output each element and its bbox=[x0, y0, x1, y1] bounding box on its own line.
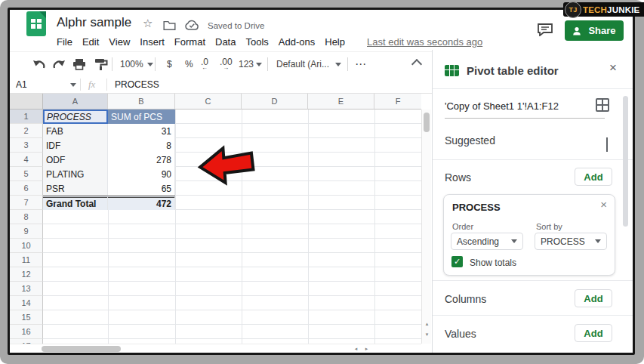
select-range-icon[interactable] bbox=[596, 98, 609, 112]
row-header-1[interactable]: 1 bbox=[10, 110, 43, 124]
paint-format-icon[interactable] bbox=[94, 52, 108, 76]
row-header-3[interactable]: 3 bbox=[10, 138, 43, 153]
cell-A7-grand-total[interactable]: Grand Total bbox=[43, 196, 108, 210]
zoom-select[interactable]: 100% bbox=[120, 52, 153, 76]
rows-add-button[interactable]: Add bbox=[575, 168, 612, 186]
horizontal-scrollbar-thumb[interactable] bbox=[42, 346, 121, 352]
brand-name-left: TECH bbox=[583, 5, 607, 14]
row-header-15[interactable]: 15 bbox=[10, 310, 43, 325]
name-box[interactable]: A1 bbox=[16, 79, 27, 90]
menu-data[interactable]: Data bbox=[215, 36, 236, 48]
chevron-down-icon[interactable] bbox=[606, 137, 608, 151]
document-title[interactable]: Alphr sample bbox=[57, 15, 131, 30]
column-header-E[interactable]: E bbox=[308, 94, 374, 110]
vertical-scrollbar-thumb[interactable] bbox=[424, 113, 430, 132]
row-header-10[interactable]: 10 bbox=[10, 239, 43, 253]
person-icon bbox=[572, 26, 584, 35]
column-header-D[interactable]: D bbox=[242, 94, 308, 110]
cell-A6[interactable]: PSR bbox=[43, 181, 108, 196]
last-edit-link[interactable]: Last edit was seconds ago bbox=[367, 36, 482, 48]
dropdown-arrow-icon bbox=[335, 63, 341, 66]
field-name: PROCESS bbox=[452, 202, 501, 213]
grid-line bbox=[374, 110, 375, 344]
brand-name-right: JUNKIE bbox=[607, 5, 639, 14]
show-totals-checkbox[interactable]: ✓ bbox=[451, 256, 463, 267]
row-header-4[interactable]: 4 bbox=[10, 153, 43, 167]
row-header-13[interactable]: 13 bbox=[10, 282, 43, 296]
column-header-C[interactable]: C bbox=[175, 94, 242, 110]
cloud-saved-icon[interactable] bbox=[184, 20, 199, 31]
values-add-button[interactable]: Add bbox=[575, 324, 612, 342]
select-all-corner[interactable] bbox=[10, 94, 43, 110]
name-box-arrow-icon[interactable] bbox=[70, 83, 76, 87]
cell-A2[interactable]: FAB bbox=[43, 124, 108, 138]
scroll-up-icon[interactable]: ▴ bbox=[423, 319, 431, 329]
currency-format-button[interactable]: $ bbox=[167, 52, 172, 76]
row-header-14[interactable]: 14 bbox=[10, 296, 43, 310]
row-header-11[interactable]: 11 bbox=[10, 253, 43, 267]
cell-B6[interactable]: 65 bbox=[108, 181, 175, 196]
remove-field-icon[interactable]: × bbox=[600, 198, 607, 211]
panel-close-icon[interactable]: × bbox=[609, 60, 617, 76]
cell-B3[interactable]: 8 bbox=[108, 138, 175, 153]
row-header-8[interactable]: 8 bbox=[10, 210, 43, 224]
row-header-9[interactable]: 9 bbox=[10, 224, 43, 239]
divider bbox=[80, 79, 81, 91]
data-range-input[interactable]: 'Copy of Sheet1 1'!A1:F12 bbox=[445, 100, 559, 112]
menu-view[interactable]: View bbox=[109, 36, 130, 48]
sort-by-select[interactable]: PROCESS bbox=[535, 233, 607, 250]
font-select[interactable]: Default (Ari... bbox=[276, 52, 341, 76]
more-toolbar-button[interactable]: ⋯ bbox=[355, 52, 367, 76]
formula-input[interactable]: PROCESS bbox=[115, 79, 159, 90]
row-header-16[interactable]: 16 bbox=[10, 325, 43, 339]
cell-A3[interactable]: IDF bbox=[43, 138, 108, 153]
row-header-rail: 1 2 3 4 5 6 7 8 9 10 11 12 13 14 15 16 1… bbox=[10, 110, 43, 344]
row-header-7[interactable]: 7 bbox=[10, 196, 43, 210]
column-header-F[interactable]: F bbox=[374, 94, 421, 110]
google-sheets-icon[interactable] bbox=[26, 11, 46, 36]
row-header-5[interactable]: 5 bbox=[10, 167, 43, 181]
menu-edit[interactable]: Edit bbox=[82, 36, 99, 48]
number-format-button[interactable]: 123 bbox=[239, 52, 262, 76]
row-header-12[interactable]: 12 bbox=[10, 267, 43, 282]
cell-B7-grand-total[interactable]: 472 bbox=[108, 196, 175, 210]
star-icon[interactable]: ☆ bbox=[143, 18, 153, 29]
column-header-B[interactable]: B bbox=[108, 94, 175, 110]
cell-B4[interactable]: 278 bbox=[108, 153, 175, 167]
columns-add-button[interactable]: Add bbox=[575, 289, 612, 307]
cell-B2[interactable]: 31 bbox=[108, 124, 175, 138]
cell-A5[interactable]: PLATING bbox=[43, 167, 108, 181]
print-icon[interactable] bbox=[72, 52, 86, 76]
increase-decimal-button[interactable]: .00→ bbox=[220, 52, 233, 76]
panel-scrollbar-thumb[interactable] bbox=[623, 96, 628, 227]
share-button[interactable]: Share bbox=[565, 20, 624, 41]
row-header-2[interactable]: 2 bbox=[10, 124, 43, 138]
redo-icon[interactable] bbox=[52, 52, 66, 76]
horizontal-scrollbar[interactable]: ◂ ▸ bbox=[10, 344, 421, 353]
vertical-scrollbar[interactable]: ▴ ▾ bbox=[421, 110, 431, 344]
row-header-6[interactable]: 6 bbox=[10, 181, 43, 196]
menu-format[interactable]: Format bbox=[174, 36, 205, 48]
cell-A1-selected[interactable]: PROCESS bbox=[43, 110, 108, 124]
scroll-down-icon[interactable]: ▾ bbox=[423, 330, 431, 339]
cell-A4[interactable]: ODF bbox=[43, 153, 108, 167]
menu-insert[interactable]: Insert bbox=[140, 36, 165, 48]
collapse-toolbar-icon[interactable] bbox=[413, 52, 421, 76]
percent-format-button[interactable]: % bbox=[185, 52, 193, 76]
suggested-section[interactable]: Suggested bbox=[445, 134, 495, 147]
cell-B5[interactable]: 90 bbox=[108, 167, 175, 181]
menu-help[interactable]: Help bbox=[325, 36, 345, 48]
scroll-left-icon[interactable]: ◂ bbox=[351, 345, 361, 353]
undo-icon[interactable] bbox=[32, 52, 46, 76]
techjunkie-badge: TJ bbox=[565, 2, 581, 18]
decrease-decimal-button[interactable]: .0← bbox=[201, 52, 208, 76]
scroll-right-icon[interactable]: ▸ bbox=[362, 345, 371, 353]
menu-file[interactable]: File bbox=[57, 36, 72, 48]
move-folder-icon[interactable] bbox=[163, 20, 176, 30]
comment-icon[interactable] bbox=[537, 23, 553, 36]
order-select[interactable]: Ascending bbox=[451, 233, 523, 250]
menu-tools[interactable]: Tools bbox=[245, 36, 268, 48]
column-header-A[interactable]: A bbox=[43, 94, 108, 110]
menu-addons[interactable]: Add-ons bbox=[279, 36, 315, 48]
cell-B1[interactable]: SUM of PCS bbox=[108, 110, 175, 124]
